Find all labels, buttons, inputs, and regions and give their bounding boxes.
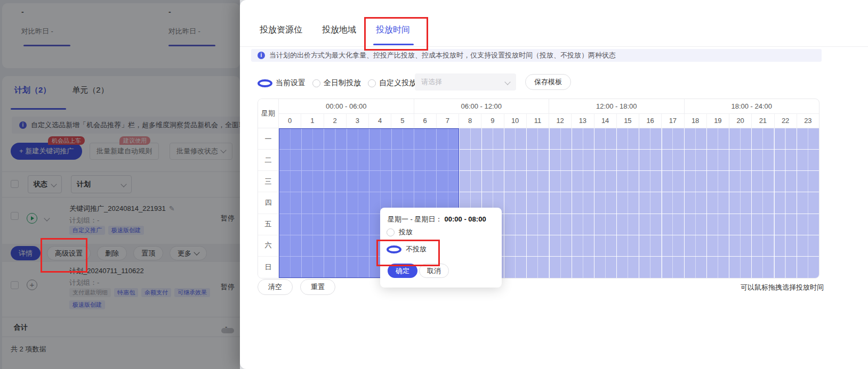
hour-label: 4 <box>368 114 391 128</box>
modal-tab[interactable]: 投放时间 <box>376 24 410 36</box>
hour-label: 19 <box>706 114 729 128</box>
clear-button[interactable]: 清空 <box>258 279 293 295</box>
mode-option[interactable]: 当前设置 <box>258 78 306 88</box>
popup-range-time: 00:00 - 08:00 <box>445 215 486 223</box>
hour-label: 22 <box>774 114 797 128</box>
hour-label: 18 <box>684 114 706 128</box>
radio-icon <box>387 245 401 253</box>
schedule-day-row: 二 <box>258 150 819 171</box>
hour-label: 15 <box>616 114 639 128</box>
popup-option[interactable]: 不投放 <box>387 245 427 253</box>
chevron-down-icon <box>504 79 510 85</box>
cancel-button[interactable]: 取消 <box>419 264 449 278</box>
hour-label: 3 <box>346 114 368 128</box>
popup-range-label: 星期一 - 星期日： <box>388 215 443 223</box>
radio-icon <box>312 79 320 87</box>
modal-backdrop <box>0 0 240 369</box>
popup-option-label: 投放 <box>399 227 413 237</box>
modal-tab[interactable]: 投放资源位 <box>260 24 302 36</box>
schedule-cells[interactable] <box>279 128 819 150</box>
hour-label: 6 <box>414 114 436 128</box>
hour-label: 2 <box>324 114 346 128</box>
hour-label: 16 <box>639 114 661 128</box>
day-label: 二 <box>258 150 279 171</box>
popup-option[interactable]: 投放 <box>387 228 427 236</box>
radio-icon <box>258 79 272 87</box>
schedule-cells[interactable] <box>279 150 819 171</box>
schedule-day-row: 三 <box>258 171 819 192</box>
hour-label: 1 <box>301 114 323 128</box>
notice-text: 当计划的出价方式为最大化拿量、控投产比投放、控成本投放时，仅支持设置投放时间（投… <box>269 51 616 60</box>
notice-bar: i 当计划的出价方式为最大化拿量、控投产比投放、控成本投放时，仅支持设置投放时间… <box>251 49 822 62</box>
schedule-grid: 星期 00:00 - 06:0006:00 - 12:0012:00 - 18:… <box>258 99 819 278</box>
mode-option-label: 当前设置 <box>276 78 306 88</box>
hour-label: 17 <box>661 114 684 128</box>
schedule-cells[interactable] <box>279 192 819 214</box>
tab-divider <box>240 46 868 47</box>
schedule-day-row: 六 <box>258 235 819 257</box>
day-label: 三 <box>258 171 279 192</box>
hour-label: 20 <box>729 114 751 128</box>
popup-option-label: 不投放 <box>406 244 427 254</box>
hour-label: 5 <box>391 114 413 128</box>
hour-label: 9 <box>481 114 503 128</box>
day-label: 四 <box>258 192 279 214</box>
day-label: 六 <box>258 235 279 257</box>
hour-label: 21 <box>751 114 774 128</box>
modal-tab[interactable]: 投放地域 <box>322 24 356 36</box>
time-range-label: 12:00 - 18:00 <box>549 99 684 113</box>
modal-tabs: 投放资源位投放地域投放时间 <box>260 24 410 36</box>
time-range-label: 18:00 - 24:00 <box>684 99 819 113</box>
schedule-cells[interactable] <box>279 257 819 278</box>
schedule-day-row: 五 <box>258 214 819 235</box>
template-select[interactable]: 请选择 <box>415 73 516 91</box>
confirm-button[interactable]: 确定 <box>388 264 417 278</box>
radio-icon <box>368 79 376 87</box>
hour-label: 8 <box>459 114 481 128</box>
time-range-header: 00:00 - 06:0006:00 - 12:0012:00 - 18:001… <box>279 99 819 114</box>
schedule-day-row: 日 <box>258 257 819 278</box>
schedule-cells[interactable] <box>279 171 819 192</box>
schedule-day-row: 一 <box>258 128 819 150</box>
schedule-cells[interactable] <box>279 235 819 257</box>
popup-title: 星期一 - 星期日：00:00 - 08:00 <box>388 215 486 224</box>
time-selection-popup: 星期一 - 星期日：00:00 - 08:00 投放不投放 确定 取消 <box>380 208 502 288</box>
screenshot-root: - 对比昨日 - - 对比昨日 - 计划（2）单元（2） i 自定义选品新增「机… <box>0 0 868 369</box>
mode-option[interactable]: 全日制投放 <box>312 78 361 88</box>
radio-icon <box>387 228 395 236</box>
schedule-cells[interactable] <box>279 214 819 235</box>
day-label: 一 <box>258 128 279 150</box>
template-select-placeholder: 请选择 <box>421 77 442 87</box>
hour-label: 23 <box>797 114 819 128</box>
mode-option-label: 全日制投放 <box>324 78 361 88</box>
day-label: 五 <box>258 214 279 235</box>
hour-label: 7 <box>436 114 459 128</box>
schedule-day-rows: 一二三四五六日 <box>258 128 819 278</box>
time-range-label: 06:00 - 12:00 <box>414 99 549 113</box>
hour-label: 13 <box>571 114 593 128</box>
hour-header: 01234567891011121314151617181920212223 <box>279 114 819 128</box>
hour-label: 10 <box>504 114 526 128</box>
reset-button[interactable]: 重置 <box>300 279 335 295</box>
hour-label: 14 <box>594 114 616 128</box>
hour-label: 12 <box>549 114 571 128</box>
info-icon: i <box>258 52 265 59</box>
day-label: 日 <box>258 257 279 278</box>
time-range-label: 00:00 - 06:00 <box>279 99 414 113</box>
schedule-day-row: 四 <box>258 192 819 214</box>
week-header-cell: 星期 <box>258 99 279 128</box>
drag-hint-text: 可以鼠标拖拽选择投放时间 <box>709 283 824 292</box>
hour-label: 0 <box>279 114 301 128</box>
active-tab-underline <box>373 44 414 45</box>
delivery-settings-modal: 投放资源位投放地域投放时间 i 当计划的出价方式为最大化拿量、控投产比投放、控成… <box>240 0 868 369</box>
popup-options: 投放不投放 <box>387 228 427 253</box>
save-template-button[interactable]: 保存模板 <box>525 74 571 90</box>
hour-label: 11 <box>526 114 549 128</box>
